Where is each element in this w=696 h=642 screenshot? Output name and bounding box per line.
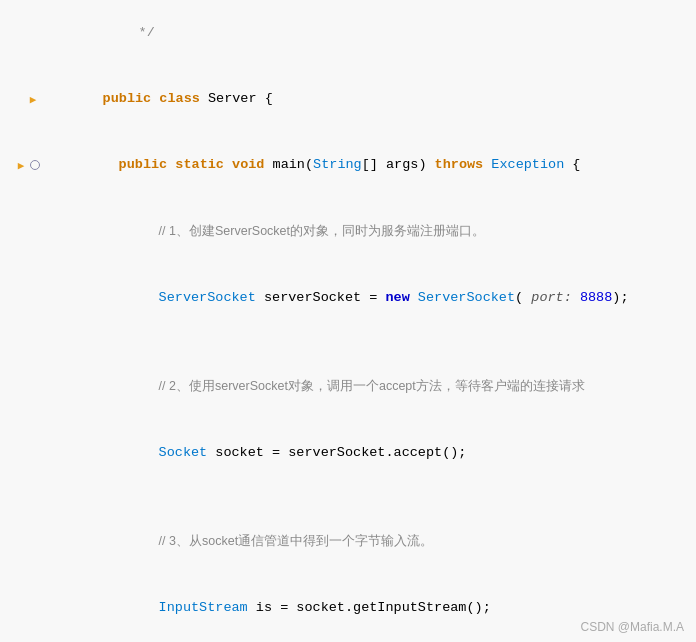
- comment-text: // 1、创建ServerSocket的对象，同时为服务端注册端口。: [159, 224, 485, 238]
- type: Exception: [491, 157, 564, 172]
- empty-line: [0, 331, 696, 353]
- keyword: public: [103, 91, 160, 106]
- code-line: // 1、创建ServerSocket的对象，同时为服务端注册端口。: [0, 198, 696, 265]
- code-text: socket = serverSocket.accept();: [207, 445, 466, 460]
- arrow-icon: ▶: [26, 92, 40, 106]
- keyword: static: [175, 157, 232, 172]
- code-line: // 3、从socket通信管道中得到一个字节输入流。: [0, 508, 696, 575]
- comment-text: // 3、从socket通信管道中得到一个字节输入流。: [159, 534, 434, 548]
- gutter: ▶: [0, 92, 50, 106]
- code-text: serverSocket =: [256, 290, 386, 305]
- type: ServerSocket: [418, 290, 515, 305]
- number: 8888: [580, 290, 612, 305]
- code-line: Socket socket = serverSocket.accept();: [0, 420, 696, 486]
- watermark: CSDN @Mafia.M.A: [580, 620, 684, 634]
- code-text: ServerSocket serverSocket = new ServerSo…: [50, 265, 696, 331]
- code-text: {: [564, 157, 580, 172]
- code-text: is = socket.getInputStream();: [248, 600, 491, 615]
- code-text: );: [612, 290, 628, 305]
- code-text: */: [50, 0, 696, 66]
- code-text: // 1、创建ServerSocket的对象，同时为服务端注册端口。: [50, 198, 696, 265]
- code-line: ▶ public static void main(String[] args)…: [0, 132, 696, 198]
- code-line: // 2、使用serverSocket对象，调用一个accept方法，等待客户端…: [0, 353, 696, 420]
- code-line: ▶ public class Server {: [0, 66, 696, 132]
- code-text: // 2、使用serverSocket对象，调用一个accept方法，等待客户端…: [50, 353, 696, 420]
- keyword: class: [159, 91, 208, 106]
- comment-text: */: [139, 25, 155, 40]
- comment-text: // 2、使用serverSocket对象，调用一个accept方法，等待客户端…: [159, 379, 585, 393]
- type: Socket: [159, 445, 208, 460]
- class-name: Server {: [208, 91, 273, 106]
- keyword: public: [119, 157, 176, 172]
- type: ServerSocket: [159, 290, 256, 305]
- code-text: Socket socket = serverSocket.accept();: [50, 420, 696, 486]
- code-text: [] args): [362, 157, 435, 172]
- type: InputStream: [159, 600, 248, 615]
- empty-line: [0, 486, 696, 508]
- code-text: (: [515, 290, 531, 305]
- code-text: public class Server {: [50, 66, 696, 132]
- method-name: main(: [273, 157, 314, 172]
- keyword: void: [232, 157, 273, 172]
- gutter: ▶: [0, 158, 50, 172]
- param: port:: [531, 290, 572, 305]
- type: String: [313, 157, 362, 172]
- code-line: */: [0, 0, 696, 66]
- code-text: // 3、从socket通信管道中得到一个字节输入流。: [50, 508, 696, 575]
- code-text: [572, 290, 580, 305]
- keyword: throws: [435, 157, 492, 172]
- code-editor: */ ▶ public class Server { ▶ public stat…: [0, 0, 696, 642]
- arrow-icon: ▶: [14, 158, 28, 172]
- code-text: public static void main(String[] args) t…: [50, 132, 696, 198]
- code-line: ServerSocket serverSocket = new ServerSo…: [0, 265, 696, 331]
- keyword: new: [385, 290, 417, 305]
- dot-icon: [30, 160, 40, 170]
